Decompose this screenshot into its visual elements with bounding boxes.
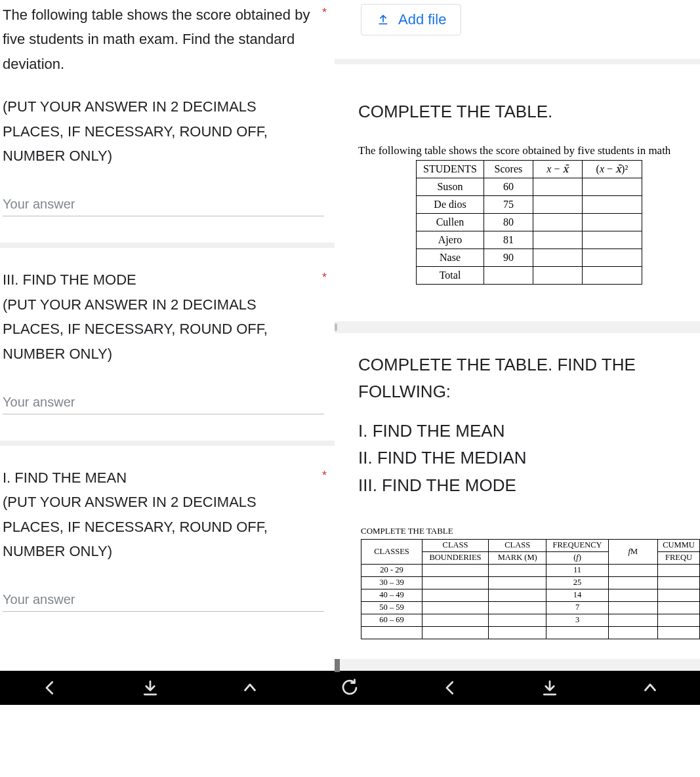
horizontal-scrollbar[interactable] — [335, 321, 700, 333]
complete-table-title: COMPLETE THE TABLE. — [358, 98, 700, 126]
question-instructions: (PUT YOUR ANSWER IN 2 DECIMALS PLACES, I… — [3, 296, 268, 362]
col-class-bound-2: BOUNDERIES — [422, 551, 489, 564]
cell: De dios — [417, 195, 484, 213]
table-row: 20 - 29 11 — [361, 564, 700, 576]
col-frequency-1: FREQUENCY — [546, 539, 608, 551]
table-header-row: STUDENTS Scores x − x̄ (x − x̄)² — [417, 160, 642, 178]
cell — [533, 178, 582, 195]
answer-input-std-dev[interactable] — [3, 193, 324, 216]
nav-download-icon[interactable] — [140, 678, 160, 698]
col-fm: fM — [608, 539, 657, 564]
cell — [422, 576, 489, 589]
upload-icon — [376, 12, 390, 27]
cell — [422, 614, 489, 626]
table-row — [361, 626, 700, 639]
cell — [582, 231, 642, 249]
question-text: The following table shows the score obta… — [3, 7, 310, 72]
col-scores: Scores — [484, 160, 533, 178]
cell — [608, 614, 657, 626]
score-table: STUDENTS Scores x − x̄ (x − x̄)² Suson 6… — [416, 160, 642, 285]
answer-input-mean[interactable] — [3, 588, 324, 612]
cell — [422, 564, 489, 576]
cell — [489, 626, 546, 639]
required-asterisk: * — [322, 3, 327, 23]
table-row: 50 – 59 7 — [361, 601, 700, 614]
cell: Ajero — [417, 231, 484, 249]
cell — [658, 626, 700, 639]
col-xminusxbar: x − x̄ — [533, 160, 582, 178]
cell: 90 — [484, 249, 533, 266]
question-mean: I. FIND THE MEAN * (PUT YOUR ANSWER IN 2… — [3, 446, 332, 639]
cell: 50 – 59 — [361, 601, 422, 614]
table-row: Total — [417, 266, 642, 284]
cell: Cullen — [417, 213, 484, 231]
cell — [658, 576, 700, 589]
freq-table-caption: COMPLETE THE TABLE — [361, 526, 700, 536]
cell — [533, 231, 582, 249]
cell — [582, 178, 642, 195]
cell — [582, 249, 642, 266]
cell — [546, 626, 608, 639]
table-row: Nase 90 — [417, 249, 642, 266]
question-mode: III. FIND THE MODE * (PUT YOUR ANSWER IN… — [3, 248, 332, 441]
cell: Suson — [417, 178, 484, 195]
cell — [658, 589, 700, 601]
complete-table-title-2: COMPLETE THE TABLE. FIND THE FOLLWING: — [358, 351, 700, 406]
answer-input-mode[interactable] — [3, 391, 324, 414]
bottom-nav-bar — [0, 671, 700, 705]
cell: 80 — [484, 213, 533, 231]
cell — [533, 249, 582, 266]
col-frequency-2: (f) — [546, 551, 608, 564]
nav-up-icon-2[interactable] — [640, 678, 660, 698]
cell: 14 — [546, 589, 608, 601]
add-file-button[interactable]: Add file — [361, 4, 461, 35]
left-column: The following table shows the score obta… — [0, 0, 335, 671]
score-table-caption: The following table shows the score obta… — [358, 144, 700, 157]
col-classes: CLASSES — [361, 539, 422, 564]
cell: 30 – 39 — [361, 576, 422, 589]
cell: Total — [417, 266, 484, 284]
table-row: 30 – 39 25 — [361, 576, 700, 589]
nav-download-icon-2[interactable] — [540, 678, 560, 698]
cell — [608, 589, 657, 601]
cell: 81 — [484, 231, 533, 249]
cell — [608, 564, 657, 576]
cell — [658, 614, 700, 626]
separator — [335, 59, 700, 64]
nav-refresh-icon[interactable] — [340, 678, 360, 698]
cell — [658, 564, 700, 576]
question-title: I. FIND THE MEAN — [3, 469, 127, 486]
col-students: STUDENTS — [417, 160, 484, 178]
cell — [582, 213, 642, 231]
required-asterisk: * — [322, 466, 327, 486]
cell — [533, 266, 582, 284]
table-header-row: CLASSES CLASS CLASS FREQUENCY fM CUMMU — [361, 539, 700, 551]
cell: 60 – 69 — [361, 614, 422, 626]
nav-back-icon[interactable] — [40, 678, 60, 698]
cell — [422, 589, 489, 601]
nav-back-icon-2[interactable] — [440, 678, 460, 698]
col-cummu-1: CUMMU — [658, 539, 700, 551]
cell — [489, 614, 546, 626]
table-row: Ajero 81 — [417, 231, 642, 249]
table-row: Cullen 80 — [417, 213, 642, 231]
cell: 40 – 49 — [361, 589, 422, 601]
cell — [489, 589, 546, 601]
scrollbar-thumb[interactable] — [335, 659, 340, 672]
cell: 60 — [484, 178, 533, 195]
cell: 25 — [546, 576, 608, 589]
cell — [489, 601, 546, 614]
cell — [489, 564, 546, 576]
horizontal-scrollbar[interactable] — [335, 659, 700, 671]
question-std-dev: The following table shows the score obta… — [3, 3, 332, 243]
col-xminusxbar-sq: (x − x̄)² — [582, 160, 642, 178]
find-mode-label: III. FIND THE MODE — [358, 472, 700, 500]
cell — [582, 195, 642, 213]
cell: 3 — [546, 614, 608, 626]
cell — [533, 213, 582, 231]
cell: Nase — [417, 249, 484, 266]
required-asterisk: * — [322, 268, 327, 288]
table-row: Suson 60 — [417, 178, 642, 195]
scrollbar-thumb[interactable] — [335, 323, 337, 331]
nav-up-icon[interactable] — [240, 678, 260, 698]
